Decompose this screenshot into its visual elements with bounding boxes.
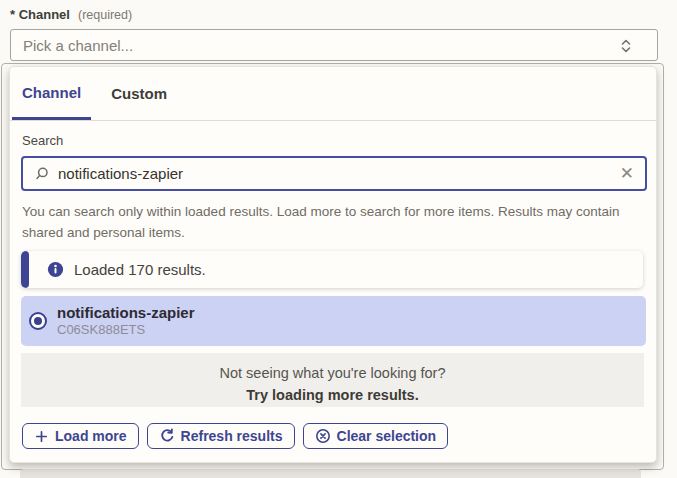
refresh-results-label: Refresh results <box>181 428 283 444</box>
alert-accent-bar <box>21 251 29 288</box>
circle-x-icon <box>315 428 331 444</box>
refresh-icon <box>159 428 175 444</box>
tab-channel-label: Channel <box>22 84 81 101</box>
tab-custom-label: Custom <box>111 85 167 102</box>
search-icon <box>34 166 50 182</box>
required-note: (required) <box>78 8 132 22</box>
radio-selected-icon[interactable] <box>29 312 47 330</box>
search-helper-text: You can search only within loaded result… <box>22 201 636 243</box>
tab-bar: Channel Custom <box>10 67 656 121</box>
action-button-row: Load more Refresh results Clear selectio… <box>22 423 448 449</box>
field-label-text: * Channel <box>10 7 70 22</box>
search-input[interactable] <box>50 165 620 182</box>
clear-selection-button[interactable]: Clear selection <box>303 423 449 449</box>
channel-picker-screen: * Channel (required) Pick a channel... C… <box>0 0 677 478</box>
select-placeholder: Pick a channel... <box>11 37 133 54</box>
tab-channel[interactable]: Channel <box>12 67 91 120</box>
field-label: * Channel (required) <box>10 7 132 22</box>
channel-result-row-selected[interactable]: notifications-zapier C06SK888ETS <box>21 296 646 346</box>
load-more-hint: Not seeing what you're looking for? Try … <box>21 353 644 407</box>
tab-custom[interactable]: Custom <box>101 67 177 120</box>
clear-search-icon[interactable]: ✕ <box>620 165 634 182</box>
channel-name: notifications-zapier <box>57 304 195 321</box>
loaded-results-alert: Loaded 170 results. <box>21 251 643 288</box>
channel-select[interactable]: Pick a channel... <box>10 29 658 61</box>
search-box: ✕ <box>21 156 647 191</box>
hint-line2: Try loading more results. <box>21 384 644 406</box>
alert-text: Loaded 170 results. <box>74 261 206 278</box>
clear-selection-label: Clear selection <box>337 428 437 444</box>
background-strip <box>20 469 641 478</box>
channel-id: C06SK888ETS <box>57 321 195 338</box>
load-more-button[interactable]: Load more <box>22 423 139 449</box>
load-more-label: Load more <box>55 428 127 444</box>
refresh-results-button[interactable]: Refresh results <box>147 423 295 449</box>
info-icon <box>47 261 64 278</box>
search-label: Search <box>22 133 63 148</box>
channel-dropdown-panel: Channel Custom Search ✕ You can search o… <box>9 66 657 463</box>
plus-icon <box>34 429 49 444</box>
hint-line1: Not seeing what you're looking for? <box>21 362 644 384</box>
chevron-up-down-icon <box>619 37 633 59</box>
